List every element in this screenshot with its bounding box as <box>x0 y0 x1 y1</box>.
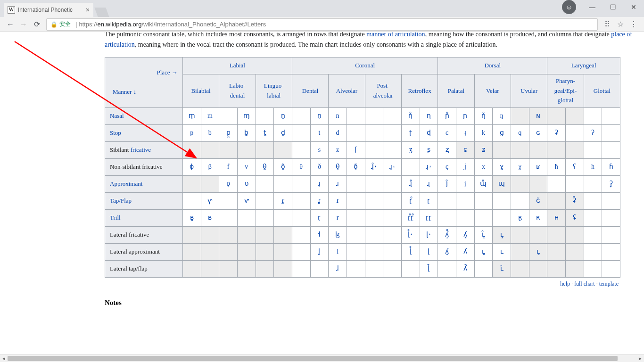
ipa-cell[interactable]: ɲ̊ <box>438 108 456 125</box>
ipa-cell[interactable]: ʀ <box>529 210 547 227</box>
ipa-cell[interactable]: ɮ <box>329 227 347 244</box>
ipa-cell[interactable]: ŋ <box>493 108 511 125</box>
forward-button[interactable]: → <box>17 18 30 31</box>
ipa-cell[interactable]: ʡ̆ <box>565 193 584 210</box>
close-tab-icon[interactable]: × <box>86 6 90 14</box>
ipa-cell[interactable]: r̥ <box>310 210 329 227</box>
ipa-cell[interactable]: r <box>329 210 347 227</box>
ipa-cell[interactable]: ɬ <box>310 227 329 244</box>
ipa-cell[interactable]: s <box>310 142 329 159</box>
ipa-cell[interactable]: ʈ <box>401 125 420 142</box>
ipa-cell[interactable]: θ̼ <box>256 159 274 176</box>
user-avatar[interactable]: ☺ <box>562 0 576 14</box>
ipa-cell[interactable]: β <box>201 159 219 176</box>
ipa-cell[interactable]: z <box>329 142 347 159</box>
ipa-cell[interactable]: ð̠ <box>347 159 365 176</box>
menu-icon[interactable]: ⋮ <box>627 20 640 29</box>
ipa-cell[interactable]: ʙ̥ <box>182 210 201 227</box>
ipa-cell[interactable]: t <box>310 125 329 142</box>
fullchart-link[interactable]: full chart <box>574 280 595 287</box>
ipa-cell[interactable]: χ <box>511 159 529 176</box>
scroll-thumb[interactable] <box>8 356 618 361</box>
ipa-cell[interactable]: ɹ̥ <box>310 176 329 193</box>
ipa-cell[interactable]: ʙ <box>201 210 219 227</box>
link-manner[interactable]: manner of articulation <box>366 32 425 38</box>
template-link[interactable]: template <box>599 280 619 287</box>
ipa-cell[interactable]: ɭ̊ <box>401 244 420 261</box>
ipa-cell[interactable]: ɭ̆ <box>420 261 438 278</box>
ipa-cell[interactable]: ɕ <box>456 142 474 159</box>
browser-tab[interactable]: W International Phonetic × <box>4 3 93 17</box>
ipa-cell[interactable]: q <box>511 125 529 142</box>
ipa-cell[interactable]: n̥ <box>310 108 329 125</box>
ipa-cell[interactable]: x <box>474 159 493 176</box>
horizontal-scrollbar[interactable]: ◄ ► <box>0 354 644 362</box>
reload-button[interactable]: ⟳ <box>30 18 43 31</box>
ipa-cell[interactable]: ɾ̥ <box>310 193 329 210</box>
ipa-cell[interactable]: l <box>329 244 347 261</box>
ipa-cell[interactable]: ɽ <box>420 193 438 210</box>
maximize-button[interactable]: ☐ <box>603 0 623 14</box>
ipa-cell[interactable]: ʂ <box>420 142 438 159</box>
ipa-cell[interactable]: ɭ <box>420 244 438 261</box>
ipa-cell[interactable]: ɻ <box>420 176 438 193</box>
ipa-cell[interactable]: h <box>584 159 602 176</box>
manner-link[interactable]: Manner ↓ <box>113 88 136 95</box>
ipa-cell[interactable]: ɦ <box>602 159 620 176</box>
ipa-cell[interactable]: ɳ̊ <box>401 108 420 125</box>
ipa-cell[interactable]: ɾ <box>329 193 347 210</box>
scroll-left-icon[interactable]: ◄ <box>0 355 8 362</box>
ipa-cell[interactable]: ɻ˔ <box>420 159 438 176</box>
ipa-cell[interactable]: ʎ <box>456 244 474 261</box>
ipa-cell[interactable]: n <box>329 108 347 125</box>
scroll-right-icon[interactable]: ► <box>636 355 644 362</box>
ipa-cell[interactable]: j <box>456 176 474 193</box>
ipa-cell[interactable]: ʟ̠ <box>529 244 547 261</box>
ipa-cell[interactable]: ʎ̆ <box>456 261 474 278</box>
ipa-cell[interactable]: ɺ <box>329 261 347 278</box>
ipa-cell[interactable]: ʝ <box>456 159 474 176</box>
ipa-cell[interactable]: d̼ <box>274 125 292 142</box>
translate-icon[interactable]: ⠿ <box>601 20 614 29</box>
ipa-cell[interactable]: ɡ <box>493 125 511 142</box>
ipa-cell[interactable]: ʕ <box>565 159 584 176</box>
ipa-cell[interactable]: ʐ <box>438 142 456 159</box>
ipa-cell[interactable]: ɖ <box>420 125 438 142</box>
ipa-cell[interactable]: ʜ <box>547 210 566 227</box>
place-link[interactable]: Place → <box>157 69 177 76</box>
back-button[interactable]: ← <box>4 18 17 31</box>
ipa-cell[interactable]: ʃ <box>347 142 365 159</box>
ipa-cell[interactable]: n̼ <box>274 108 292 125</box>
ipa-cell[interactable]: ʋ <box>237 176 256 193</box>
ipa-cell[interactable]: ɾ̼ <box>274 193 292 210</box>
ipa-cell[interactable]: ɹ̠̊˔ <box>365 159 383 176</box>
close-window-button[interactable]: ✕ <box>623 0 644 14</box>
ipa-cell[interactable]: m <box>201 108 219 125</box>
ipa-cell[interactable]: ɹ̠˔ <box>383 159 402 176</box>
ipa-cell[interactable]: ɽ̊ <box>401 193 420 210</box>
ipa-cell[interactable]: v <box>237 159 256 176</box>
ipa-cell[interactable]: t̼ <box>256 125 274 142</box>
ipa-cell[interactable]: ɭ̊˔ <box>401 227 420 244</box>
ipa-cell[interactable]: l̥ <box>310 244 329 261</box>
ipa-cell[interactable]: ɴ <box>529 108 547 125</box>
ipa-cell[interactable]: θ̠ <box>329 159 347 176</box>
help-link[interactable]: help <box>560 280 570 287</box>
ipa-cell[interactable]: θ <box>292 159 310 176</box>
ipa-cell[interactable]: ɟ <box>456 125 474 142</box>
ipa-cell[interactable]: ʟ̥ <box>474 244 493 261</box>
ipa-cell[interactable]: ɰ <box>493 176 511 193</box>
minimize-button[interactable]: — <box>582 0 603 14</box>
ipa-cell[interactable]: ʟ̆ <box>493 261 511 278</box>
ipa-cell[interactable]: ɭ˔ <box>420 227 438 244</box>
ipa-cell[interactable]: ħ <box>547 159 566 176</box>
ipa-cell[interactable]: ɱ <box>237 108 256 125</box>
ipa-cell[interactable]: ɳ <box>420 108 438 125</box>
ipa-cell[interactable]: ŋ̊ <box>474 108 493 125</box>
ipa-cell[interactable]: ⱱ̟ <box>201 193 219 210</box>
ipa-cell[interactable]: ɻ̊ <box>401 176 420 193</box>
ipa-cell[interactable]: d <box>329 125 347 142</box>
ipa-cell[interactable]: b <box>201 125 219 142</box>
ipa-cell[interactable]: ʑ <box>474 142 493 159</box>
ipa-cell[interactable]: ɢ̆ <box>529 193 547 210</box>
